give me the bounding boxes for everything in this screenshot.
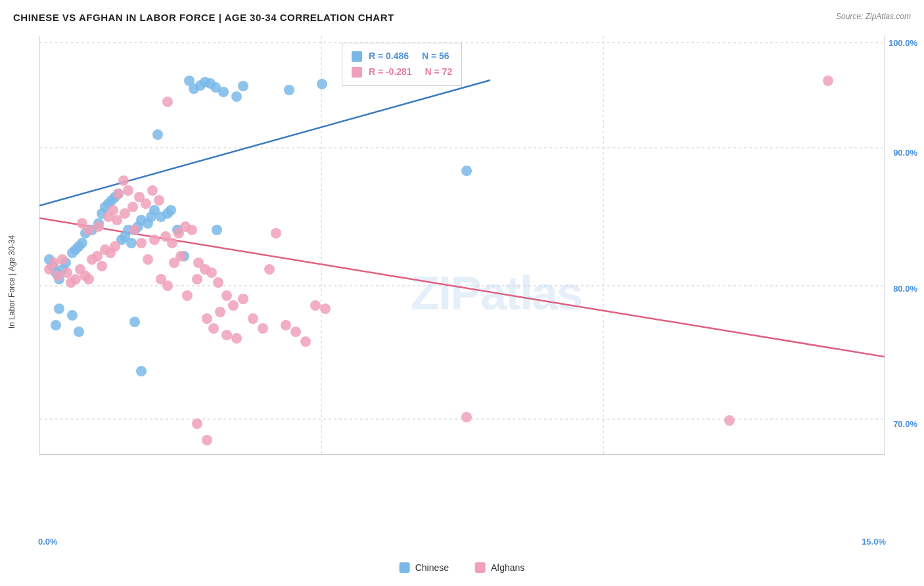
svg-point-105 — [290, 327, 301, 337]
legend-dot-afghans — [475, 562, 486, 573]
svg-point-100 — [248, 313, 258, 324]
svg-point-128 — [167, 238, 177, 248]
svg-point-126 — [154, 195, 164, 206]
svg-point-107 — [310, 300, 321, 311]
svg-point-136 — [221, 330, 232, 340]
svg-point-85 — [136, 238, 147, 248]
svg-point-104 — [281, 320, 291, 330]
y-label-80: 80.0% — [893, 284, 917, 294]
chart-title: CHINESE VS AFGHAN IN LABOR FORCE | AGE 3… — [13, 12, 394, 23]
svg-point-137 — [231, 333, 242, 344]
svg-point-53 — [238, 81, 248, 91]
svg-point-63 — [67, 310, 78, 321]
legend-label-chinese: Chinese — [415, 562, 449, 573]
svg-point-122 — [127, 202, 138, 212]
x-label-0: 0.0% — [38, 537, 58, 547]
svg-point-97 — [221, 290, 232, 301]
svg-point-117 — [93, 221, 104, 232]
y-label-70: 70.0% — [893, 419, 917, 429]
svg-point-82 — [118, 175, 129, 186]
scatter-plot: .grid-line { stroke: #ccc; stroke-width:… — [39, 36, 885, 461]
svg-point-113 — [823, 76, 833, 86]
svg-point-106 — [300, 336, 311, 347]
svg-point-94 — [202, 313, 212, 324]
svg-point-81 — [113, 189, 124, 199]
svg-point-71 — [70, 274, 81, 284]
svg-point-99 — [238, 294, 248, 304]
svg-point-103 — [271, 228, 281, 238]
svg-point-86 — [143, 254, 153, 265]
svg-point-80 — [110, 241, 120, 252]
svg-point-89 — [162, 281, 173, 291]
svg-point-95 — [208, 323, 219, 334]
y-label-90: 90.0% — [893, 148, 917, 158]
svg-point-59 — [212, 225, 222, 235]
legend-chinese: Chinese — [400, 562, 449, 573]
svg-point-62 — [51, 320, 61, 330]
svg-point-74 — [83, 274, 94, 284]
svg-point-111 — [461, 412, 472, 422]
svg-point-116 — [77, 218, 87, 229]
svg-point-112 — [724, 415, 735, 426]
svg-point-67 — [53, 271, 63, 281]
svg-point-61 — [54, 304, 64, 314]
svg-point-57 — [461, 166, 472, 176]
svg-point-135 — [213, 277, 223, 288]
svg-point-125 — [147, 185, 158, 196]
svg-point-84 — [129, 225, 140, 235]
svg-point-109 — [192, 418, 202, 429]
svg-point-69 — [62, 267, 72, 278]
svg-point-68 — [57, 254, 68, 265]
svg-point-87 — [149, 235, 160, 245]
legend: Chinese Afghans — [400, 562, 525, 573]
svg-point-108 — [320, 304, 331, 314]
svg-point-54 — [284, 85, 294, 95]
y-label-100: 100.0% — [889, 38, 917, 48]
svg-point-20 — [77, 238, 87, 248]
svg-point-134 — [206, 267, 217, 278]
svg-point-110 — [202, 435, 212, 445]
svg-point-131 — [187, 225, 197, 235]
svg-point-119 — [108, 205, 118, 215]
svg-point-93 — [192, 274, 202, 284]
svg-point-92 — [182, 290, 193, 301]
svg-line-9 — [39, 80, 490, 206]
legend-label-afghans: Afghans — [491, 562, 524, 573]
svg-point-39 — [152, 129, 163, 140]
chart-container: CHINESE VS AFGHAN IN LABOR FORCE | AGE 3… — [0, 0, 924, 586]
legend-dot-chinese — [400, 562, 410, 573]
svg-point-114 — [162, 97, 173, 107]
svg-point-64 — [74, 327, 84, 337]
svg-point-51 — [218, 87, 229, 97]
svg-point-102 — [264, 264, 275, 275]
svg-point-58 — [136, 366, 147, 376]
svg-point-91 — [175, 251, 186, 261]
svg-point-124 — [141, 198, 151, 209]
svg-point-56 — [129, 317, 140, 327]
y-axis-label: In Labor Force | Age 30-34 — [5, 36, 18, 527]
svg-point-42 — [166, 205, 176, 215]
svg-point-96 — [215, 307, 225, 317]
svg-point-55 — [317, 79, 327, 89]
svg-point-77 — [97, 261, 107, 271]
svg-point-33 — [126, 238, 137, 248]
svg-point-52 — [231, 91, 242, 102]
legend-afghans: Afghans — [475, 562, 524, 573]
svg-point-98 — [228, 300, 239, 311]
svg-point-101 — [258, 323, 268, 334]
svg-point-83 — [123, 185, 133, 196]
source-label: Source: ZipAtlas.com — [836, 12, 911, 21]
x-label-15: 15.0% — [862, 537, 886, 547]
